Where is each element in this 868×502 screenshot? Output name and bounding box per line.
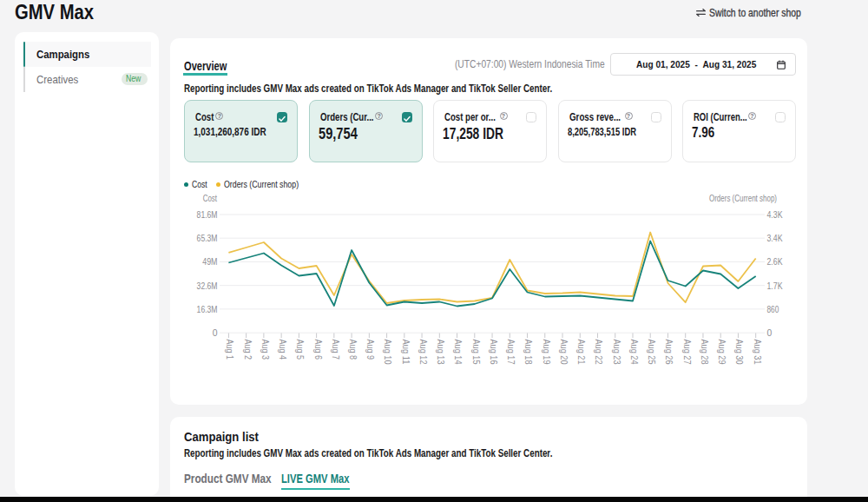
svg-text:Aug 11: Aug 11 <box>401 340 411 365</box>
svg-text:860: 860 <box>767 304 779 314</box>
svg-text:2.6K: 2.6K <box>767 256 783 267</box>
svg-text:Aug 22: Aug 22 <box>594 340 603 365</box>
svg-text:Aug 24: Aug 24 <box>629 340 639 365</box>
svg-text:Aug 3: Aug 3 <box>260 340 270 360</box>
svg-text:Aug 20: Aug 20 <box>559 340 569 365</box>
svg-text:Aug 19: Aug 19 <box>542 340 551 365</box>
svg-text:32.6M: 32.6M <box>197 281 218 291</box>
svg-text:Orders (Current shop): Orders (Current shop) <box>709 193 777 203</box>
svg-text:Aug 26: Aug 26 <box>664 340 674 365</box>
svg-text:Aug 4: Aug 4 <box>278 340 287 360</box>
svg-text:Aug 23: Aug 23 <box>612 340 621 365</box>
svg-text:Aug 28: Aug 28 <box>700 340 709 365</box>
svg-text:Aug 14: Aug 14 <box>453 340 463 365</box>
svg-text:Aug 1: Aug 1 <box>225 340 234 360</box>
svg-text:Aug 6: Aug 6 <box>313 340 323 360</box>
svg-text:Aug 2: Aug 2 <box>243 340 253 360</box>
svg-text:65.3M: 65.3M <box>197 233 218 243</box>
svg-text:4.3K: 4.3K <box>767 209 783 220</box>
svg-text:Aug 29: Aug 29 <box>717 340 727 365</box>
svg-text:81.6M: 81.6M <box>197 209 218 220</box>
svg-text:Aug 30: Aug 30 <box>734 340 744 365</box>
svg-text:3.4K: 3.4K <box>767 233 783 243</box>
svg-text:1.7K: 1.7K <box>767 281 783 291</box>
svg-text:Aug 25: Aug 25 <box>647 340 656 365</box>
svg-text:Cost: Cost <box>203 193 218 203</box>
svg-text:16.3M: 16.3M <box>197 304 218 314</box>
svg-text:Aug 12: Aug 12 <box>418 340 428 365</box>
svg-text:Aug 21: Aug 21 <box>576 340 586 365</box>
svg-text:Aug 5: Aug 5 <box>295 340 305 360</box>
svg-text:0: 0 <box>767 327 773 338</box>
svg-text:49M: 49M <box>202 256 217 267</box>
svg-text:Aug 18: Aug 18 <box>523 340 533 365</box>
svg-text:Aug 27: Aug 27 <box>682 340 692 365</box>
svg-text:Aug 9: Aug 9 <box>365 340 375 360</box>
svg-text:Aug 16: Aug 16 <box>489 340 498 365</box>
svg-text:Aug 13: Aug 13 <box>436 340 445 365</box>
svg-text:0: 0 <box>213 327 218 338</box>
svg-text:Aug 31: Aug 31 <box>753 340 762 365</box>
svg-text:Aug 15: Aug 15 <box>471 340 481 365</box>
svg-text:Aug 17: Aug 17 <box>506 340 516 365</box>
svg-text:Aug 7: Aug 7 <box>331 340 340 360</box>
svg-text:Aug 8: Aug 8 <box>348 340 358 360</box>
svg-text:Aug 10: Aug 10 <box>383 340 392 365</box>
